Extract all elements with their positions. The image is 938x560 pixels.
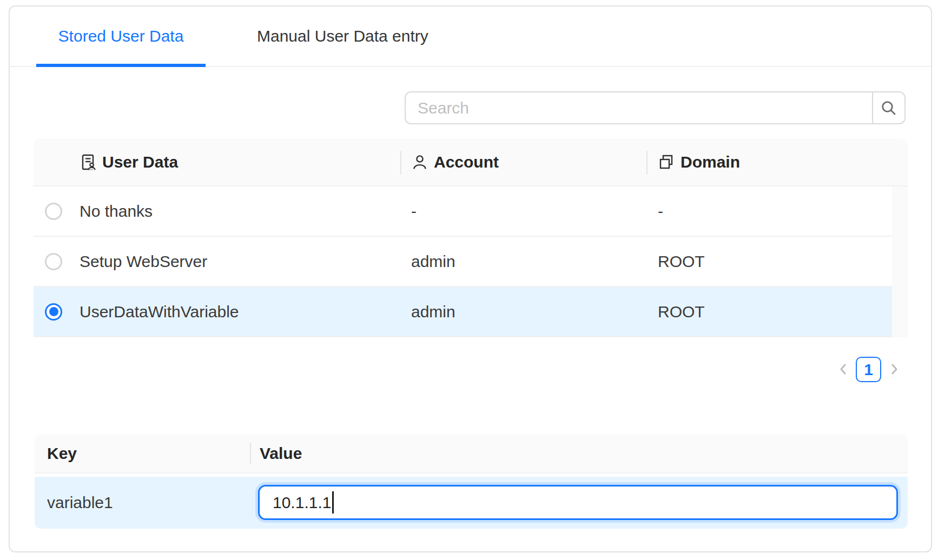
column-title-domain: Domain — [681, 153, 740, 171]
tab-manual-user-data-entry-label: Manual User Data entry — [257, 27, 428, 45]
search-button[interactable] — [872, 91, 906, 124]
user-data-panel: Stored User Data Manual User Data entry — [9, 5, 932, 552]
table-header-row: User Data Account Domain — [34, 139, 908, 186]
radio-userdatawithvariable[interactable] — [45, 303, 62, 321]
kv-table-header: Key Value — [35, 435, 908, 474]
cell-user-data: No thanks — [80, 186, 153, 236]
kv-table-row-variable1: variable1 — [35, 477, 908, 529]
column-header-key: Key — [47, 435, 77, 472]
active-tab-indicator — [36, 64, 206, 67]
tab-manual-user-data-entry[interactable]: Manual User Data entry — [257, 6, 463, 66]
tab-bar: Stored User Data Manual User Data entry — [10, 6, 931, 67]
pagination-page-1[interactable]: 1 — [856, 357, 881, 382]
header-divider — [400, 151, 401, 175]
cell-account: admin — [411, 287, 455, 336]
table-scrollbar-track[interactable] — [892, 186, 908, 337]
cell-user-data: UserDataWithVariable — [80, 287, 239, 336]
cell-account: - — [411, 186, 417, 236]
chevron-right-icon — [888, 363, 901, 376]
column-header-user-data: User Data — [80, 139, 178, 185]
user-data-icon — [80, 154, 97, 171]
column-header-account: Account — [411, 139, 499, 185]
tab-stored-user-data[interactable]: Stored User Data — [36, 6, 206, 66]
radio-no-thanks[interactable] — [45, 203, 62, 220]
pagination-next-button[interactable] — [888, 363, 901, 376]
column-header-domain: Domain — [658, 139, 740, 185]
radio-setup-webserver[interactable] — [45, 253, 62, 270]
column-title-user-data: User Data — [102, 153, 178, 171]
table-row-setup-webserver[interactable]: Setup WebServer admin ROOT — [34, 237, 908, 287]
table-row-userdatawithvariable[interactable]: UserDataWithVariable admin ROOT — [34, 287, 908, 337]
cell-user-data: Setup WebServer — [80, 237, 207, 286]
search-input[interactable] — [405, 91, 872, 124]
column-title-account: Account — [434, 153, 499, 171]
cell-domain: ROOT — [658, 237, 705, 286]
column-header-value: Value — [260, 435, 302, 472]
pagination-current-page: 1 — [864, 361, 873, 379]
account-icon — [411, 154, 428, 171]
tab-stored-user-data-label: Stored User Data — [58, 27, 184, 45]
text-cursor — [332, 491, 334, 514]
pagination-prev-button[interactable] — [837, 363, 850, 376]
search-icon — [880, 99, 897, 117]
cell-domain: - — [658, 186, 663, 236]
variable1-value-input[interactable] — [258, 485, 898, 520]
chevron-left-icon — [837, 363, 850, 376]
table-body: No thanks - - Setup WebServer admin ROOT… — [34, 186, 908, 337]
domain-icon — [658, 154, 675, 171]
table-row-no-thanks[interactable]: No thanks - - — [34, 186, 908, 237]
search-bar — [405, 91, 906, 124]
header-divider — [250, 443, 251, 464]
cell-key: variable1 — [47, 477, 113, 529]
stored-user-data-table: User Data Account Domain — [34, 139, 908, 337]
cell-account: admin — [411, 237, 455, 286]
cell-domain: ROOT — [658, 287, 705, 336]
header-divider — [646, 151, 648, 175]
